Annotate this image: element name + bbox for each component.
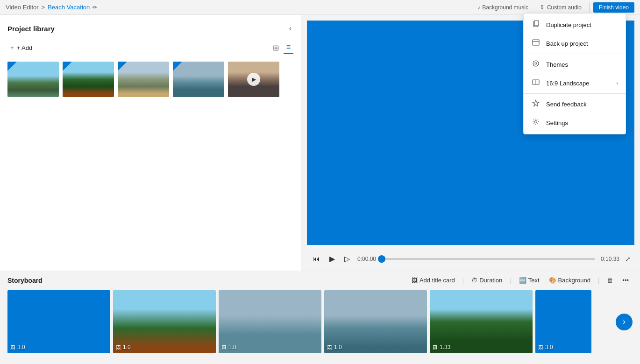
clip-duration-3: 🖼 1.0 — [221, 344, 236, 350]
custom-audio-btn[interactable]: 🎙 Custom audio — [536, 3, 585, 12]
menu-label-duplicate: Duplicate project — [546, 21, 591, 28]
dropdown-menu: Duplicate project Back up project Themes — [523, 13, 626, 134]
fullscreen-btn[interactable]: ⤢ — [625, 255, 631, 263]
clip-duration-1: 🖼 3.0 — [10, 344, 25, 350]
menu-divider-1 — [524, 54, 626, 54]
menu-label-settings: Settings — [546, 119, 568, 126]
skip-btn[interactable]: ▷ — [342, 252, 352, 265]
clip-image-icon: 🖼 — [538, 344, 543, 350]
settings-icon — [531, 118, 540, 127]
corner-badge — [63, 62, 72, 71]
panel-collapse-btn[interactable]: ‹ — [287, 22, 293, 35]
breadcrumb-home[interactable]: Video Editor — [6, 4, 39, 11]
more-options-btn[interactable]: ••• — [619, 275, 633, 286]
clip-image-icon: 🖼 — [10, 344, 15, 350]
clip-2[interactable]: 🖼 1.0 — [113, 290, 216, 353]
progress-bar[interactable] — [382, 258, 595, 260]
menu-item-themes[interactable]: Themes — [524, 55, 626, 74]
next-clip-btn[interactable]: › — [616, 314, 633, 330]
separator-1: | — [462, 277, 464, 284]
storyboard-clips: 🖼 3.0 🖼 1.0 🖼 1.0 🖼 1.0 🖼 1 — [7, 290, 633, 353]
media-thumb-4[interactable] — [173, 62, 224, 97]
clip-image-icon: 🖼 — [433, 344, 438, 350]
pencil-icon: ✏ — [92, 4, 97, 11]
background-music-btn[interactable]: ♪ Background music — [474, 3, 532, 12]
more-icon: ••• — [622, 277, 629, 284]
menu-item-duplicate[interactable]: Duplicate project — [524, 15, 626, 34]
menu-item-settings[interactable]: Settings — [524, 113, 626, 132]
delete-btn[interactable]: 🗑 — [603, 275, 617, 286]
menu-divider-2 — [524, 93, 626, 94]
clip-3[interactable]: 🖼 1.0 — [219, 290, 321, 353]
clip-5[interactable]: 🖼 1.33 — [430, 290, 533, 353]
add-title-card-btn[interactable]: 🖼 Add title card — [408, 275, 459, 286]
menu-item-backup[interactable]: Back up project — [524, 34, 626, 53]
clip-duration-2: 🖼 1.0 — [116, 344, 131, 350]
text-btn[interactable]: 🔤 Text — [515, 275, 543, 286]
grid-view-btn[interactable]: ⊞ — [270, 41, 282, 54]
add-media-btn[interactable]: + + Add — [7, 42, 35, 53]
clip-1[interactable]: 🖼 3.0 — [7, 290, 110, 353]
panel-title: Project library — [7, 25, 55, 33]
clip-duration-6: 🖼 3.0 — [538, 344, 553, 350]
progress-thumb[interactable] — [378, 255, 385, 263]
menu-item-landscape[interactable]: 16:9 Landscape › — [524, 74, 626, 92]
video-controls: ⏮ ▶ ▷ 0:00.00 0:10.33 ⤢ — [307, 252, 634, 265]
progress-container[interactable] — [382, 258, 595, 260]
clip-4[interactable]: 🖼 1.0 — [324, 290, 427, 353]
corner-badge — [7, 62, 17, 71]
time-current: 0:00.00 — [357, 256, 376, 262]
svg-point-4 — [533, 61, 539, 66]
audio-icon: 🎙 — [540, 4, 545, 11]
svg-rect-2 — [533, 40, 539, 45]
panel-toolbar: + + Add ⊞ ≡ — [7, 41, 293, 54]
media-grid: ▶ — [7, 62, 293, 97]
plus-icon: + — [10, 44, 14, 51]
project-library-panel: Project library ‹ + + Add ⊞ ≡ — [0, 15, 301, 271]
trash-icon: 🗑 — [607, 277, 613, 284]
media-thumb-2[interactable] — [63, 62, 114, 97]
menu-label-feedback: Send feedback — [546, 101, 587, 108]
clip-image-icon: 🖼 — [116, 344, 121, 350]
menu-label-themes: Themes — [546, 61, 568, 68]
duration-btn[interactable]: ⏱ Duration — [468, 275, 506, 286]
view-toggle: ⊞ ≡ — [270, 41, 293, 54]
breadcrumb-sep: > — [42, 4, 45, 11]
play-btn[interactable]: ▶ — [327, 252, 337, 265]
clip-6[interactable]: 🖼 3.0 — [535, 290, 591, 353]
media-thumb-5[interactable]: ▶ — [228, 62, 279, 97]
feedback-icon — [531, 99, 540, 109]
top-bar-actions: ♪ Background music 🎙 Custom audio Finish… — [474, 2, 634, 13]
media-thumb-3[interactable] — [118, 62, 169, 97]
chevron-right-icon: › — [616, 80, 618, 86]
landscape-icon — [531, 78, 540, 88]
corner-badge — [118, 62, 127, 71]
clip-image-icon: 🖼 — [221, 344, 227, 350]
list-view-btn[interactable]: ≡ — [284, 41, 293, 54]
svg-point-5 — [535, 63, 537, 64]
media-thumb-1[interactable] — [7, 62, 59, 97]
background-icon: 🎨 — [549, 277, 556, 284]
menu-item-feedback[interactable]: Send feedback — [524, 95, 626, 113]
breadcrumb-project[interactable]: Beach Vacation — [48, 4, 90, 11]
breadcrumb: Video Editor > Beach Vacation ✏ — [6, 4, 97, 11]
duplicate-icon — [531, 20, 540, 29]
finish-video-btn[interactable]: Finish video — [593, 2, 634, 13]
clip-duration-5: 🖼 1.33 — [433, 344, 450, 350]
clip-duration-4: 🖼 1.0 — [327, 344, 342, 350]
storyboard: Storyboard 🖼 Add title card | ⏱ Duration… — [0, 271, 640, 364]
duration-icon: ⏱ — [471, 277, 477, 284]
themes-icon — [531, 60, 540, 69]
backup-icon — [531, 39, 540, 48]
rewind-btn[interactable]: ⏮ — [311, 253, 322, 265]
svg-point-8 — [535, 121, 537, 123]
storyboard-actions: 🖼 Add title card | ⏱ Duration | 🔤 Text 🎨… — [408, 275, 633, 286]
time-total: 0:10.33 — [601, 256, 619, 262]
background-btn[interactable]: 🎨 Background — [545, 275, 594, 286]
separator — [589, 3, 590, 12]
separator-2: | — [510, 277, 511, 284]
title-card-icon: 🖼 — [412, 277, 418, 284]
separator-3: | — [598, 277, 599, 284]
storyboard-header: Storyboard 🖼 Add title card | ⏱ Duration… — [7, 275, 633, 286]
music-icon: ♪ — [477, 4, 480, 11]
